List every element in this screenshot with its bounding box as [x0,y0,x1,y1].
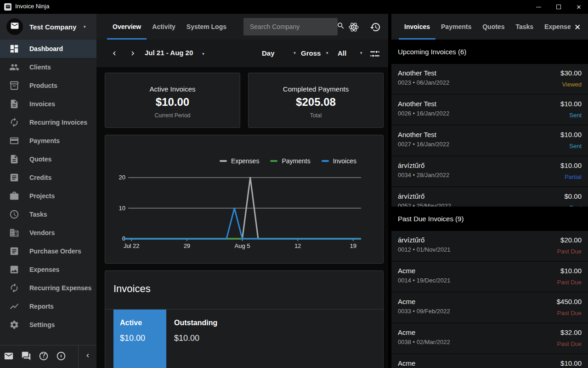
company-selector[interactable]: Test Company ▼ [0,14,96,40]
chevron-down-icon: ▼ [293,51,297,55]
support-chat-button[interactable] [17,345,35,368]
sidebar-item-vendors[interactable]: Vendors [0,224,96,242]
sidebar-item-recurring-expenses[interactable]: Recurring Expenses [0,279,96,297]
invoice-list-item[interactable]: Acme0038 • 02/Mar/2022$32.00Past Due [391,323,588,353]
invoice-list-item[interactable]: árvíztűrő0012 • 01/Nov/2021$20.00Past Du… [391,231,588,261]
invoices-outstanding-tile[interactable]: Outstanding $10.00 [174,310,217,352]
panel-tab-quotes[interactable]: Quotes [477,14,510,40]
previous-period-button[interactable] [110,49,119,58]
help-icon [39,351,49,363]
about-button[interactable] [52,345,70,368]
status-filter-dropdown[interactable]: All ▼ [338,49,363,57]
window-title: Invoice Ninja [15,3,49,10]
dashboard-icon [9,44,19,54]
invoice-list-item[interactable]: Another Test0027 • 16/Jan/2022$10.00Sent [391,126,588,155]
chat-icon [21,351,31,363]
amount-type-dropdown[interactable]: Gross ▼ [301,49,329,57]
legend-item-payments[interactable]: Payments [270,157,310,165]
invoice-number-date: 0038 • 02/Mar/2022 [398,339,582,345]
invoice-client: Acme [398,267,582,275]
card-title: Completed Payments [249,85,383,93]
dashboard-filterbar: Jul 21 - Aug 20 ▼ Day ▼ Gross ▼ All ▼ [96,40,388,67]
legend-item-invoices[interactable]: Invoices [322,157,356,165]
legend-item-expenses[interactable]: Expenses [220,157,259,165]
help-button[interactable] [35,345,52,368]
invoice-status-badge: Sent [569,204,582,207]
legend-label: Invoices [333,157,356,165]
sidebar-item-quotes[interactable]: Quotes [0,150,96,168]
overview-chart-card: 20100Jul 2229Aug 51219 ExpensesPaymentsI… [105,135,384,264]
sidebar-item-payments[interactable]: Payments [0,132,96,150]
invoice-status-badge: Past Due [557,279,582,286]
invoice-number-date: 0033 • 09/Feb/2022 [398,308,582,315]
sidebar-menu: DashboardClientsProductsInvoicesRecurrin… [0,40,96,334]
invoices-summary-card: Invoices Active $10.00 Outstanding $10.0… [105,270,384,368]
sidebar-item-expenses[interactable]: Expenses [0,260,96,279]
panel-tab-payments[interactable]: Payments [435,14,477,40]
invoice-client: árvíztűrő [398,236,582,244]
invoice-client: Another Test [398,131,582,138]
preview-panel-body: Upcoming Invoices (6)Another Test0023 • … [391,40,588,368]
sidebar-item-label: Settings [29,321,55,328]
chart-legend: ExpensesPaymentsInvoices [220,157,356,165]
group-by-dropdown[interactable]: Day ▼ [262,49,296,57]
sidebar-footer [0,345,96,368]
invoice-list-item[interactable]: árvíztűrő0052 • 25/May/2022$0.00Sent [391,187,588,207]
legend-swatch [322,160,329,162]
tile-value: $10.00 [120,334,160,343]
invoice-amount: $32.00 [560,328,582,336]
sidebar-item-label: Clients [29,63,51,71]
next-period-button[interactable] [129,49,137,58]
sidebar-collapse-button[interactable] [78,345,96,368]
sidebar-item-tasks[interactable]: Tasks [0,205,96,224]
search-input[interactable] [243,23,337,30]
tab-activity[interactable]: Activity [147,14,181,40]
sidebar-item-label: Invoices [29,100,55,108]
invoice-list-item[interactable]: Acme0014 • 19/Dec/2021$10.00Past Due [391,262,588,292]
contact-us-button[interactable] [0,345,17,368]
section-header: Upcoming Invoices (6) [391,40,588,64]
invoice-amount: $10.00 [560,359,582,367]
active-invoices-card: Active Invoices $10.00 Current Period [105,73,240,128]
sidebar-item-clients[interactable]: Clients [0,58,96,76]
invoice-client: Acme [398,328,582,336]
sidebar-item-credits[interactable]: Credits [0,168,96,187]
tab-system-logs[interactable]: System Logs [181,14,232,40]
chevron-down-icon: ▼ [359,51,363,55]
chevron-down-icon: ▼ [201,52,205,56]
sidebar-item-recurring-invoices[interactable]: Recurring Invoices [0,113,96,132]
window-close-button[interactable]: ✕ [569,0,588,14]
sidebar-item-dashboard[interactable]: Dashboard [0,40,96,58]
invoice-client: Another Test [398,100,582,108]
panel-tab-tasks[interactable]: Tasks [510,14,539,40]
invoice-list-item[interactable]: árvíztűrő0034 • 28/Jan/2022$10.00Partial [391,156,588,186]
minimize-icon [536,7,541,7]
search-button[interactable] [337,18,345,35]
sidebar-item-settings[interactable]: Settings [0,316,96,334]
sidebar-item-purchase-orders[interactable]: Purchase Orders [0,242,96,260]
invoice-list-item[interactable]: Another Test0026 • 16/Jan/2022$10.00Sent [391,95,588,125]
sidebar-item-projects[interactable]: Projects [0,187,96,205]
refresh-data-button[interactable] [370,22,381,33]
dashboard-settings-button[interactable] [369,48,381,60]
panel-tab-expenses[interactable]: Expenses [539,14,571,40]
invoice-list-item[interactable]: Acme0033 • 09/Feb/2022$450.00Past Due [391,293,588,322]
tab-overview[interactable]: Overview [107,14,147,40]
window-minimize-button[interactable] [528,0,548,14]
sidebar-item-products[interactable]: Products [0,76,96,95]
invoice-list-item[interactable]: Acme0037 • 03/Mar/2022$10.00Past Due [391,354,588,368]
window-maximize-button[interactable] [548,0,569,14]
panel-tab-invoices[interactable]: Invoices [399,14,435,40]
settings-icon [9,320,19,330]
invoice-number-date: 0052 • 25/May/2022 [398,202,582,207]
sidebar-item-reports[interactable]: Reports [0,297,96,316]
date-range-dropdown[interactable]: Jul 21 - Aug 20 ▼ [145,49,205,57]
invoices-active-tile[interactable]: Active $10.00 [113,310,166,368]
sidebar-item-invoices[interactable]: Invoices [0,95,96,113]
dashboard-content: Active Invoices $10.00 Current Period Co… [96,67,388,368]
company-name: Test Company [29,23,76,31]
invoice-list-item[interactable]: Another Test0023 • 06/Jan/2022$30.00View… [391,64,588,94]
health-check-button[interactable] [348,22,359,33]
clients-icon [9,62,19,72]
panel-close-button[interactable]: ✕ [571,21,583,33]
